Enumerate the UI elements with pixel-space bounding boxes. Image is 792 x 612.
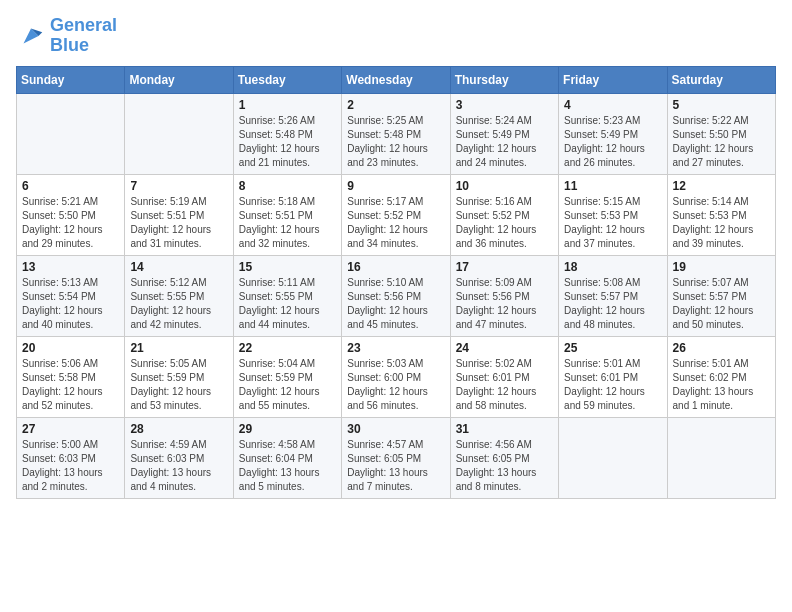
day-cell: 21Sunrise: 5:05 AM Sunset: 5:59 PM Dayli… xyxy=(125,336,233,417)
day-info: Sunrise: 5:26 AM Sunset: 5:48 PM Dayligh… xyxy=(239,114,336,170)
day-number: 11 xyxy=(564,179,661,193)
day-number: 7 xyxy=(130,179,227,193)
day-cell: 16Sunrise: 5:10 AM Sunset: 5:56 PM Dayli… xyxy=(342,255,450,336)
week-row-5: 27Sunrise: 5:00 AM Sunset: 6:03 PM Dayli… xyxy=(17,417,776,498)
day-info: Sunrise: 5:07 AM Sunset: 5:57 PM Dayligh… xyxy=(673,276,770,332)
day-info: Sunrise: 5:00 AM Sunset: 6:03 PM Dayligh… xyxy=(22,438,119,494)
day-cell: 28Sunrise: 4:59 AM Sunset: 6:03 PM Dayli… xyxy=(125,417,233,498)
col-header-monday: Monday xyxy=(125,66,233,93)
day-info: Sunrise: 5:21 AM Sunset: 5:50 PM Dayligh… xyxy=(22,195,119,251)
day-info: Sunrise: 5:17 AM Sunset: 5:52 PM Dayligh… xyxy=(347,195,444,251)
day-number: 21 xyxy=(130,341,227,355)
day-number: 2 xyxy=(347,98,444,112)
day-number: 14 xyxy=(130,260,227,274)
day-number: 28 xyxy=(130,422,227,436)
day-cell: 24Sunrise: 5:02 AM Sunset: 6:01 PM Dayli… xyxy=(450,336,558,417)
day-cell: 14Sunrise: 5:12 AM Sunset: 5:55 PM Dayli… xyxy=(125,255,233,336)
col-header-thursday: Thursday xyxy=(450,66,558,93)
col-header-wednesday: Wednesday xyxy=(342,66,450,93)
logo-icon xyxy=(16,21,46,51)
day-cell xyxy=(559,417,667,498)
day-info: Sunrise: 5:11 AM Sunset: 5:55 PM Dayligh… xyxy=(239,276,336,332)
day-info: Sunrise: 5:01 AM Sunset: 6:02 PM Dayligh… xyxy=(673,357,770,413)
day-cell: 17Sunrise: 5:09 AM Sunset: 5:56 PM Dayli… xyxy=(450,255,558,336)
day-info: Sunrise: 5:06 AM Sunset: 5:58 PM Dayligh… xyxy=(22,357,119,413)
day-number: 20 xyxy=(22,341,119,355)
day-info: Sunrise: 5:22 AM Sunset: 5:50 PM Dayligh… xyxy=(673,114,770,170)
col-header-saturday: Saturday xyxy=(667,66,775,93)
day-number: 1 xyxy=(239,98,336,112)
day-info: Sunrise: 5:12 AM Sunset: 5:55 PM Dayligh… xyxy=(130,276,227,332)
day-info: Sunrise: 5:23 AM Sunset: 5:49 PM Dayligh… xyxy=(564,114,661,170)
day-info: Sunrise: 5:01 AM Sunset: 6:01 PM Dayligh… xyxy=(564,357,661,413)
col-header-sunday: Sunday xyxy=(17,66,125,93)
calendar-header: SundayMondayTuesdayWednesdayThursdayFrid… xyxy=(17,66,776,93)
day-number: 6 xyxy=(22,179,119,193)
day-number: 17 xyxy=(456,260,553,274)
logo-text: General Blue xyxy=(50,16,117,56)
day-info: Sunrise: 5:14 AM Sunset: 5:53 PM Dayligh… xyxy=(673,195,770,251)
day-number: 31 xyxy=(456,422,553,436)
day-info: Sunrise: 4:59 AM Sunset: 6:03 PM Dayligh… xyxy=(130,438,227,494)
day-cell: 7Sunrise: 5:19 AM Sunset: 5:51 PM Daylig… xyxy=(125,174,233,255)
day-cell: 23Sunrise: 5:03 AM Sunset: 6:00 PM Dayli… xyxy=(342,336,450,417)
day-cell: 15Sunrise: 5:11 AM Sunset: 5:55 PM Dayli… xyxy=(233,255,341,336)
day-number: 16 xyxy=(347,260,444,274)
day-number: 23 xyxy=(347,341,444,355)
day-info: Sunrise: 5:08 AM Sunset: 5:57 PM Dayligh… xyxy=(564,276,661,332)
day-cell: 4Sunrise: 5:23 AM Sunset: 5:49 PM Daylig… xyxy=(559,93,667,174)
day-cell: 18Sunrise: 5:08 AM Sunset: 5:57 PM Dayli… xyxy=(559,255,667,336)
day-cell: 19Sunrise: 5:07 AM Sunset: 5:57 PM Dayli… xyxy=(667,255,775,336)
day-number: 8 xyxy=(239,179,336,193)
day-cell: 3Sunrise: 5:24 AM Sunset: 5:49 PM Daylig… xyxy=(450,93,558,174)
week-row-3: 13Sunrise: 5:13 AM Sunset: 5:54 PM Dayli… xyxy=(17,255,776,336)
day-cell: 26Sunrise: 5:01 AM Sunset: 6:02 PM Dayli… xyxy=(667,336,775,417)
day-cell: 5Sunrise: 5:22 AM Sunset: 5:50 PM Daylig… xyxy=(667,93,775,174)
week-row-4: 20Sunrise: 5:06 AM Sunset: 5:58 PM Dayli… xyxy=(17,336,776,417)
calendar-table: SundayMondayTuesdayWednesdayThursdayFrid… xyxy=(16,66,776,499)
day-info: Sunrise: 5:05 AM Sunset: 5:59 PM Dayligh… xyxy=(130,357,227,413)
day-cell: 29Sunrise: 4:58 AM Sunset: 6:04 PM Dayli… xyxy=(233,417,341,498)
day-info: Sunrise: 5:04 AM Sunset: 5:59 PM Dayligh… xyxy=(239,357,336,413)
day-cell: 9Sunrise: 5:17 AM Sunset: 5:52 PM Daylig… xyxy=(342,174,450,255)
day-info: Sunrise: 5:24 AM Sunset: 5:49 PM Dayligh… xyxy=(456,114,553,170)
day-cell: 2Sunrise: 5:25 AM Sunset: 5:48 PM Daylig… xyxy=(342,93,450,174)
day-info: Sunrise: 4:56 AM Sunset: 6:05 PM Dayligh… xyxy=(456,438,553,494)
day-cell: 20Sunrise: 5:06 AM Sunset: 5:58 PM Dayli… xyxy=(17,336,125,417)
col-header-tuesday: Tuesday xyxy=(233,66,341,93)
day-cell: 27Sunrise: 5:00 AM Sunset: 6:03 PM Dayli… xyxy=(17,417,125,498)
day-cell: 11Sunrise: 5:15 AM Sunset: 5:53 PM Dayli… xyxy=(559,174,667,255)
page-header: General Blue xyxy=(16,16,776,56)
day-number: 27 xyxy=(22,422,119,436)
day-cell: 30Sunrise: 4:57 AM Sunset: 6:05 PM Dayli… xyxy=(342,417,450,498)
day-cell xyxy=(17,93,125,174)
day-info: Sunrise: 5:03 AM Sunset: 6:00 PM Dayligh… xyxy=(347,357,444,413)
day-number: 3 xyxy=(456,98,553,112)
day-number: 22 xyxy=(239,341,336,355)
day-info: Sunrise: 5:10 AM Sunset: 5:56 PM Dayligh… xyxy=(347,276,444,332)
day-number: 13 xyxy=(22,260,119,274)
day-number: 15 xyxy=(239,260,336,274)
day-cell: 1Sunrise: 5:26 AM Sunset: 5:48 PM Daylig… xyxy=(233,93,341,174)
day-number: 24 xyxy=(456,341,553,355)
day-cell xyxy=(667,417,775,498)
day-info: Sunrise: 5:18 AM Sunset: 5:51 PM Dayligh… xyxy=(239,195,336,251)
day-info: Sunrise: 4:58 AM Sunset: 6:04 PM Dayligh… xyxy=(239,438,336,494)
day-number: 5 xyxy=(673,98,770,112)
day-cell: 13Sunrise: 5:13 AM Sunset: 5:54 PM Dayli… xyxy=(17,255,125,336)
day-info: Sunrise: 5:25 AM Sunset: 5:48 PM Dayligh… xyxy=(347,114,444,170)
day-number: 26 xyxy=(673,341,770,355)
day-cell: 25Sunrise: 5:01 AM Sunset: 6:01 PM Dayli… xyxy=(559,336,667,417)
day-number: 18 xyxy=(564,260,661,274)
day-number: 10 xyxy=(456,179,553,193)
day-number: 4 xyxy=(564,98,661,112)
day-info: Sunrise: 5:19 AM Sunset: 5:51 PM Dayligh… xyxy=(130,195,227,251)
day-cell xyxy=(125,93,233,174)
day-number: 19 xyxy=(673,260,770,274)
day-info: Sunrise: 5:09 AM Sunset: 5:56 PM Dayligh… xyxy=(456,276,553,332)
day-number: 12 xyxy=(673,179,770,193)
day-info: Sunrise: 5:15 AM Sunset: 5:53 PM Dayligh… xyxy=(564,195,661,251)
day-info: Sunrise: 5:13 AM Sunset: 5:54 PM Dayligh… xyxy=(22,276,119,332)
day-cell: 10Sunrise: 5:16 AM Sunset: 5:52 PM Dayli… xyxy=(450,174,558,255)
day-cell: 6Sunrise: 5:21 AM Sunset: 5:50 PM Daylig… xyxy=(17,174,125,255)
